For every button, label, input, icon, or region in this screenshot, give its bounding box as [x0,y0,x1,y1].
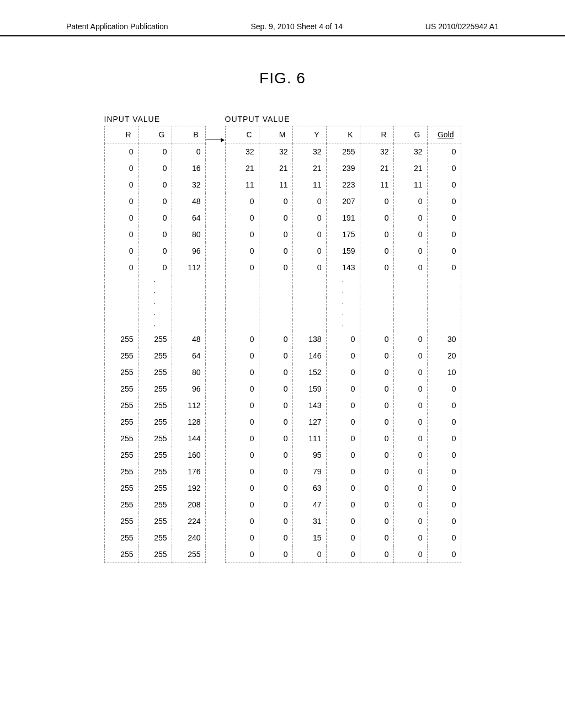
cell: 0 [427,430,461,447]
cell: 0 [259,226,292,243]
cell: 0 [360,463,393,480]
ellipsis-cell [393,298,427,309]
cell: 0 [104,160,138,176]
cell: 0 [360,347,393,364]
figure-title: FIG. 6 [0,69,565,87]
ellipsis-cell [360,276,393,287]
cell: 11 [393,176,427,193]
cell: 0 [292,226,326,243]
header-right: US 2010/0225942 A1 [425,22,499,31]
cell: 0 [360,331,393,347]
cell: 255 [104,496,138,513]
cell: 0 [360,546,393,563]
table-row: 00470000 [225,496,461,513]
cell: 0 [393,414,427,430]
cell: 21 [259,160,292,176]
ellipsis-cell [427,276,461,287]
cell: 0 [292,193,326,210]
output-table-label: OUTPUT VALUE [225,115,461,124]
cell: 0 [393,496,427,513]
cell: 0 [225,210,259,226]
cell: 48 [172,331,205,347]
cell: 0 [225,463,259,480]
cell: 0 [259,259,292,276]
cell: 255 [104,480,138,496]
cell: 0 [259,513,292,529]
cell: 255 [104,546,138,563]
ellipsis-cell: · [326,287,360,298]
cell: 0 [259,210,292,226]
cell: 0 [427,496,461,513]
ellipsis-cell: · [138,287,172,298]
table-row: 0048 [104,193,205,210]
cell: 0 [427,480,461,496]
cell: 0 [427,513,461,529]
table-row: 25525548 [104,331,205,347]
table-row: 000175000 [225,226,461,243]
cell: 160 [172,447,205,463]
table-row: 000 [104,143,205,160]
ellipsis-cell [104,287,138,298]
cell: 16 [172,160,205,176]
ellipsis-cell [259,298,292,309]
cell: 0 [225,364,259,381]
cell: 0 [326,397,360,414]
cell: 0 [393,193,427,210]
cell: 0 [360,226,393,243]
cell: 21 [292,160,326,176]
table-row: 000159000 [225,243,461,259]
cell: 0 [225,381,259,397]
cell: 255 [138,414,172,430]
cell: 239 [326,160,360,176]
cell: 0 [360,480,393,496]
cell: 0 [259,430,292,447]
table-row: 255255255 [104,546,205,563]
cell: 0 [225,529,259,546]
cell: 0 [259,331,292,347]
cell: 0 [326,447,360,463]
table-row: 001590000 [225,381,461,397]
cell: 0 [427,176,461,193]
cell: 0 [259,546,292,563]
cell: 63 [292,480,326,496]
ellipsis-cell [172,276,205,287]
cell: 0 [360,381,393,397]
ellipsis-cell [427,320,461,331]
table-row: 00630000 [225,480,461,496]
cell: 255 [104,331,138,347]
cell: 143 [326,259,360,276]
ellipsis-cell: · [326,276,360,287]
cell: 191 [326,210,360,226]
ellipsis-cell [104,309,138,320]
cell: 255 [104,463,138,480]
ellipsis-cell: · [138,276,172,287]
col-header: B [172,126,205,143]
ellipsis-cell [393,320,427,331]
cell: 20 [427,347,461,364]
cell: 255 [138,347,172,364]
col-header: C [225,126,259,143]
table-row: 0096 [104,243,205,259]
cell: 32 [292,143,326,160]
header-center: Sep. 9, 2010 Sheet 4 of 14 [250,22,343,31]
cell: 30 [427,331,461,347]
cell: 255 [138,463,172,480]
cell: 0 [427,447,461,463]
ellipsis-cell [292,276,326,287]
table-row: 255255240 [104,529,205,546]
output-table: CMYKRGGold 32323225532320212121239212101… [225,126,461,563]
cell: 152 [292,364,326,381]
ellipsis-row: · [225,298,461,309]
cell: 255 [326,143,360,160]
ellipsis-cell [225,276,259,287]
cell: 0 [225,447,259,463]
cell: 0 [104,226,138,243]
input-table-label: INPUT VALUE [104,115,206,124]
ellipsis-cell [292,298,326,309]
cell: 0 [104,143,138,160]
cell: 0 [326,480,360,496]
col-header: R [104,126,138,143]
ellipsis-row: · [104,320,205,331]
table-row: 255255144 [104,430,205,447]
cell: 32 [360,143,393,160]
